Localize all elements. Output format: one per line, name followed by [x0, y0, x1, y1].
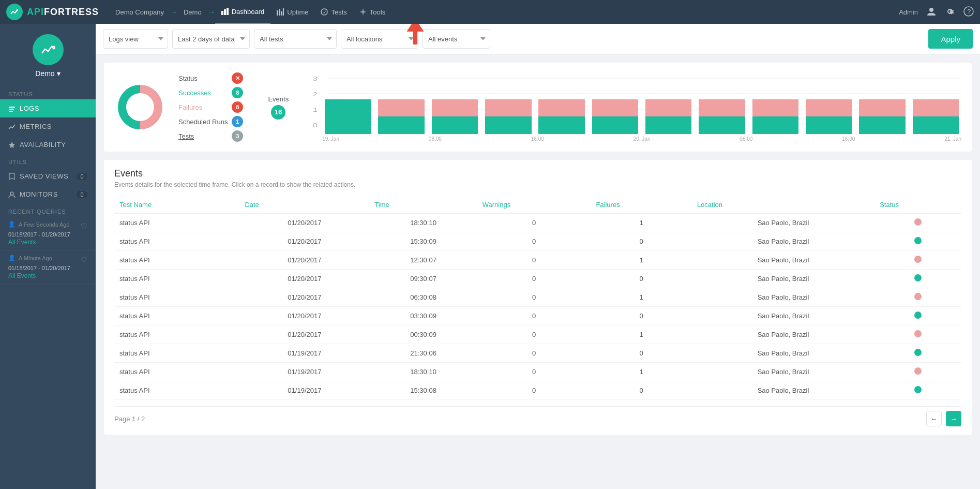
tests-label: Tests [178, 129, 232, 143]
chart-bar-6 [643, 99, 694, 134]
avatar-name[interactable]: Demo ▾ [35, 69, 60, 78]
chart-bar-1 [375, 99, 427, 134]
sidebar-avatar: Demo ▾ [0, 24, 96, 86]
prev-page-button[interactable]: ← [926, 411, 942, 426]
sidebar-item-metrics[interactable]: METRICS [0, 117, 96, 136]
logo-text: APIFORTRESS [27, 7, 99, 18]
svg-rect-3 [277, 10, 278, 16]
table-row[interactable]: status API01/20/201712:30:0701Sao Paolo,… [114, 251, 961, 270]
nav-project[interactable]: Demo [177, 0, 208, 24]
svg-rect-0 [221, 11, 223, 15]
events-count: 16 [271, 105, 285, 120]
success-bar [752, 116, 798, 134]
arrow-icon-1: → [170, 8, 177, 16]
heart-icon-2[interactable]: ♡ [81, 256, 87, 264]
table-row[interactable]: status API01/20/201718:30:1001Sao Paolo,… [114, 213, 961, 232]
success-bar [913, 116, 959, 134]
svg-text:3: 3 [313, 76, 318, 82]
svg-rect-12 [9, 107, 15, 108]
failure-bar [752, 99, 798, 116]
next-page-button[interactable]: → [946, 411, 961, 426]
events-title: Events [114, 168, 961, 179]
svg-text:?: ? [968, 8, 971, 16]
help-icon[interactable]: ? [963, 6, 974, 18]
status-dot-red [914, 256, 922, 263]
table-row[interactable]: status API01/20/201700:30:0901Sao Paolo,… [114, 325, 961, 344]
status-label: Status [178, 71, 232, 85]
nav-company[interactable]: Demo Company [109, 0, 170, 24]
date-select[interactable]: Last 2 days of data Last 7 days Last 30 … [172, 29, 250, 49]
events-panel: Events Events details for the selected t… [104, 160, 972, 435]
stats-panel: Status ✕ Successes 8 Failures 8 Schedu [104, 63, 972, 152]
status-dot-green [914, 386, 922, 393]
status-dot-red [914, 367, 922, 375]
failure-bar [485, 99, 531, 116]
col-header-status: Status [875, 197, 961, 213]
main-content: Logs view Summary view Last 2 days of da… [96, 24, 980, 489]
success-bar [859, 116, 905, 134]
apply-button[interactable]: Apply [928, 29, 973, 49]
nav-tab-tools[interactable]: Tools [353, 0, 391, 24]
chart-bar-9 [803, 99, 854, 134]
success-bar [699, 116, 745, 134]
svg-rect-13 [9, 109, 14, 110]
monitors-badge: 0 [77, 191, 87, 198]
table-row[interactable]: status API01/20/201703:30:0900Sao Paolo,… [114, 307, 961, 325]
nav-tab-tests[interactable]: ✓ Tests [314, 0, 353, 24]
success-bar [378, 116, 424, 134]
tests-select[interactable]: All tests status API [254, 29, 337, 49]
svg-text:1: 1 [313, 107, 318, 113]
settings-icon[interactable] [945, 6, 955, 18]
failures-badge: 8 [232, 101, 243, 113]
sidebar-section-utils: Utils [0, 154, 96, 167]
sidebar-item-availability[interactable]: AVAILABILITY [0, 136, 96, 154]
status-dot-green [914, 349, 922, 356]
view-select[interactable]: Logs view Summary view [103, 29, 168, 49]
failure-bar [699, 99, 745, 116]
sidebar-item-saved-views[interactable]: SAVED VIEWS 0 [0, 167, 96, 185]
svg-text:✓: ✓ [323, 10, 327, 15]
chart-bar-10 [856, 99, 908, 134]
failure-bar [378, 99, 424, 116]
status-badge: ✕ [232, 72, 243, 84]
heart-icon-1[interactable]: ♡ [81, 222, 87, 230]
table-row[interactable]: status API01/20/201706:30:0801Sao Paolo,… [114, 288, 961, 307]
recent-query-1[interactable]: 👤 A Few Seconds Ago ♡ 01/18/2017 - 01/20… [0, 217, 96, 250]
scheduled-label: Scheduled Runs [178, 114, 232, 129]
logo[interactable]: APIFORTRESS [6, 4, 99, 20]
events-select[interactable]: All events Failures only Successes only [423, 29, 490, 49]
failure-bar [913, 99, 959, 116]
person-icon-2: 👤 [8, 255, 16, 261]
table-row[interactable]: status API01/20/201709:30:0700Sao Paolo,… [114, 270, 961, 288]
success-bar [592, 116, 638, 134]
failure-bar [859, 99, 905, 116]
successes-badge: 8 [232, 87, 243, 98]
nav-tab-uptime[interactable]: Uptime [270, 0, 314, 24]
filter-bar: Logs view Summary view Last 2 days of da… [96, 24, 980, 54]
logo-icon [6, 4, 23, 20]
nav-tab-dashboard[interactable]: Dashboard [215, 0, 271, 24]
status-dot-green [914, 237, 922, 244]
table-row[interactable]: status API01/19/201718:30:1001Sao Paolo,… [114, 363, 961, 381]
user-icon[interactable] [926, 6, 937, 18]
recent-query-2[interactable]: 👤 A Minute Ago ♡ 01/18/2017 - 01/20/2017… [0, 250, 96, 284]
chart-bar-3 [483, 99, 534, 134]
table-footer: Page 1 / 2 ← → [114, 406, 961, 426]
table-row[interactable]: status API01/19/201721:30:0600Sao Paolo,… [114, 344, 961, 363]
failure-bar [592, 99, 638, 116]
recent-queries-label: Recent Queries [0, 203, 96, 217]
svg-point-9 [929, 8, 933, 12]
table-row[interactable]: status API01/20/201715:30:0900Sao Paolo,… [114, 232, 961, 251]
dashboard-area: Status ✕ Successes 8 Failures 8 Schedu [96, 54, 980, 489]
status-dot-green [914, 274, 922, 281]
table-row[interactable]: status API01/19/201715:30:0800Sao Paolo,… [114, 381, 961, 400]
events-subtitle: Events details for the selected time fra… [114, 181, 961, 188]
sidebar-item-monitors[interactable]: MONITORS 0 [0, 185, 96, 203]
donut-chart [114, 81, 166, 133]
saved-views-badge: 0 [77, 173, 87, 180]
failure-bar [645, 99, 691, 116]
failures-label: Failures [178, 100, 232, 114]
chart-bar-7 [696, 99, 747, 134]
col-header-date: Date [239, 197, 369, 213]
sidebar-item-logs[interactable]: LOGS [0, 99, 96, 117]
